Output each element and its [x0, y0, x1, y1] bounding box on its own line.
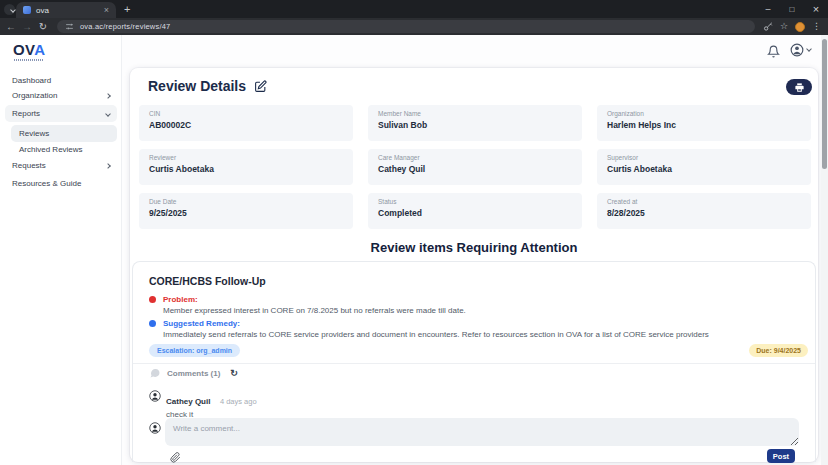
back-button[interactable]: ← — [3, 22, 19, 32]
speech-bubble-icon — [149, 367, 161, 379]
chevron-down-icon — [10, 7, 16, 13]
remedy-label: Suggested Remedy: — [163, 319, 240, 328]
attention-section-heading: Review items Requiring Attention — [130, 240, 818, 255]
bookmark-star-icon[interactable]: ☆ — [780, 22, 788, 31]
site-settings-tune-icon — [65, 22, 74, 31]
escalation-badge: Escalation: org_admin — [149, 344, 240, 357]
url-text: ova.ac/reports/reviews/47 — [80, 22, 170, 31]
attach-file-button[interactable] — [170, 449, 181, 465]
remedy-row: Suggested Remedy: — [149, 319, 240, 328]
sidebar-item-label: Requests — [12, 161, 46, 170]
maximize-button[interactable]: □ — [780, 0, 804, 18]
field-label: Due Date — [149, 198, 343, 205]
field-label: Status — [378, 198, 572, 205]
sidebar: OVA Dashboard Organization Reports Revie… — [0, 35, 122, 465]
browser-profile-avatar[interactable] — [795, 22, 805, 32]
browser-menu-icon[interactable]: ⋮ — [812, 22, 821, 31]
problem-row: Problem: — [149, 295, 198, 304]
field-value: Curtis Aboetaka — [149, 164, 343, 174]
sidebar-item-organization[interactable]: Organization — [5, 87, 117, 104]
review-item-title: CORE/HCBS Follow-Up — [149, 275, 266, 287]
sidebar-item-requests[interactable]: Requests — [5, 157, 117, 174]
comment-item: Cathey Quil 4 days ago check it — [149, 390, 257, 419]
sidebar-item-reviews[interactable]: Reviews — [11, 125, 117, 142]
due-date-badge: Due: 9/4/2025 — [749, 344, 808, 357]
field-label: Supervisor — [607, 154, 801, 161]
sidebar-item-label: Reviews — [19, 129, 49, 138]
paperclip-icon — [170, 452, 181, 463]
comments-header: Comments (1) ↻ — [149, 367, 238, 379]
sidebar-item-reports[interactable]: Reports — [5, 105, 117, 122]
field-value: 8/28/2025 — [607, 208, 801, 218]
edit-pencil-icon[interactable] — [254, 80, 267, 93]
print-button[interactable] — [786, 79, 812, 95]
minimize-button[interactable]: – — [756, 0, 780, 18]
field-value: Sulivan Bob — [378, 120, 572, 130]
browser-toolbar: ← → ↻ ova.ac/reports/reviews/47 ☆ ⋮ — [0, 18, 828, 35]
field-label: Care Manager — [378, 154, 572, 161]
problem-alert-icon — [149, 296, 156, 303]
sidebar-item-label: Resources & Guide — [12, 179, 81, 188]
sidebar-item-label: Organization — [12, 91, 57, 100]
tab-title: ova — [36, 6, 99, 15]
field-value: Harlem Helps Inc — [607, 120, 801, 130]
field-label: Organization — [607, 110, 801, 117]
app-logo[interactable]: OVA — [13, 41, 45, 58]
field-value: AB00002C — [149, 120, 343, 130]
problem-text: Member expressed interest in CORE on 7/8… — [163, 306, 466, 315]
screen: ova × + – □ × ← → ↻ ova.ac/reports/revie… — [0, 0, 828, 465]
post-button[interactable]: Post — [767, 449, 795, 463]
refresh-button[interactable]: ↻ — [35, 22, 51, 32]
field-value: Cathey Quil — [378, 164, 572, 174]
chevron-down-icon — [806, 46, 812, 52]
browser-titlebar: ova × + – □ × — [0, 0, 828, 18]
sidebar-item-label: Archived Reviews — [19, 145, 83, 154]
refresh-comments-button[interactable]: ↻ — [230, 369, 238, 378]
window-controls: – □ × — [756, 0, 828, 18]
field-label: Member Name — [378, 110, 572, 117]
chevron-right-icon — [105, 93, 111, 99]
new-tab-button[interactable]: + — [124, 3, 130, 15]
scrollbar-thumb[interactable] — [822, 39, 827, 169]
main-area: Review Details CINAB00002C Member NameSu… — [122, 35, 828, 465]
field-care-manager: Care ManagerCathey Quil — [368, 149, 582, 185]
field-member-name: Member NameSulivan Bob — [368, 105, 582, 141]
notification-bell-button[interactable] — [767, 44, 780, 62]
address-bar[interactable]: ova.ac/reports/reviews/47 — [57, 20, 755, 33]
comments-count-label: Comments (1) — [167, 369, 220, 378]
review-details-card: Review Details CINAB00002C Member NameSu… — [130, 68, 818, 462]
page-title: Review Details — [148, 78, 246, 94]
sidebar-item-label: Reports — [12, 109, 40, 118]
comment-meta: Cathey Quil 4 days ago — [166, 390, 257, 408]
comment-avatar-icon — [149, 390, 161, 402]
toolbar-right: ☆ ⋮ — [763, 22, 821, 32]
comment-timestamp: 4 days ago — [220, 397, 257, 406]
remedy-text: Immediately send referrals to CORE servi… — [163, 330, 709, 339]
bell-icon — [767, 45, 780, 58]
field-reviewer: ReviewerCurtis Aboetaka — [139, 149, 353, 185]
comment-input[interactable] — [165, 418, 799, 446]
logo-text-primary: OV — [13, 41, 34, 58]
comments-divider — [133, 363, 815, 364]
printer-icon — [794, 82, 805, 93]
field-value: Curtis Aboetaka — [607, 164, 801, 174]
user-profile-icon — [790, 43, 804, 57]
chevron-down-icon — [105, 111, 111, 117]
page-scrollbar[interactable] — [821, 35, 828, 465]
tab-close-icon[interactable]: × — [104, 6, 109, 15]
comment-body: Cathey Quil 4 days ago check it — [166, 390, 257, 419]
card-title-row: Review Details — [148, 78, 267, 94]
tab-search-button[interactable] — [4, 4, 15, 15]
password-key-icon[interactable] — [763, 22, 773, 32]
chevron-right-icon — [105, 163, 111, 169]
sidebar-item-resources-guide[interactable]: Resources & Guide — [5, 175, 117, 192]
sidebar-item-archived-reviews[interactable]: Archived Reviews — [11, 141, 117, 158]
forward-button[interactable]: → — [19, 22, 35, 32]
field-status: StatusCompleted — [368, 193, 582, 229]
close-button[interactable]: × — [804, 0, 828, 18]
browser-tab[interactable]: ova × — [16, 2, 116, 18]
current-user-avatar-icon — [149, 420, 161, 438]
user-menu-button[interactable] — [790, 43, 811, 57]
logo-text-accent: A — [34, 41, 45, 58]
review-item-card: CORE/HCBS Follow-Up Problem: Member expr… — [132, 261, 816, 462]
